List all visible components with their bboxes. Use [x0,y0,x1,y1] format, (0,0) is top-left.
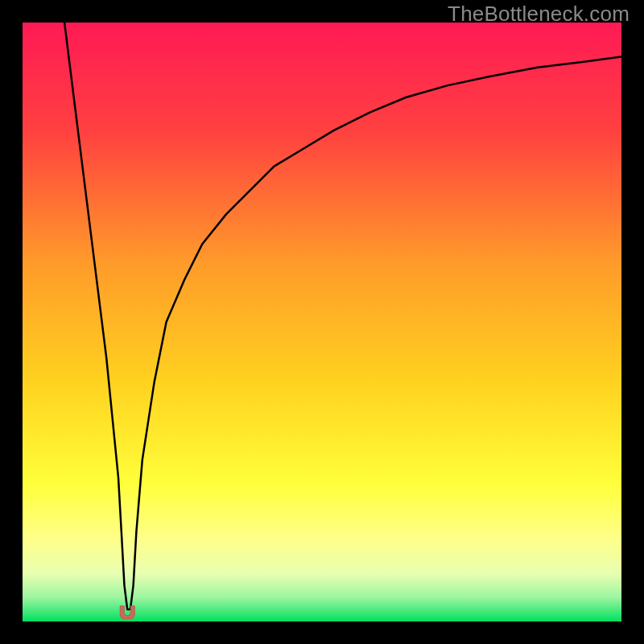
watermark-text: TheBottleneck.com [448,2,630,27]
gradient-plot-bg [23,23,621,621]
chart-frame: { "watermark": "TheBottleneck.com", "col… [0,0,644,644]
chart-svg [0,0,644,644]
